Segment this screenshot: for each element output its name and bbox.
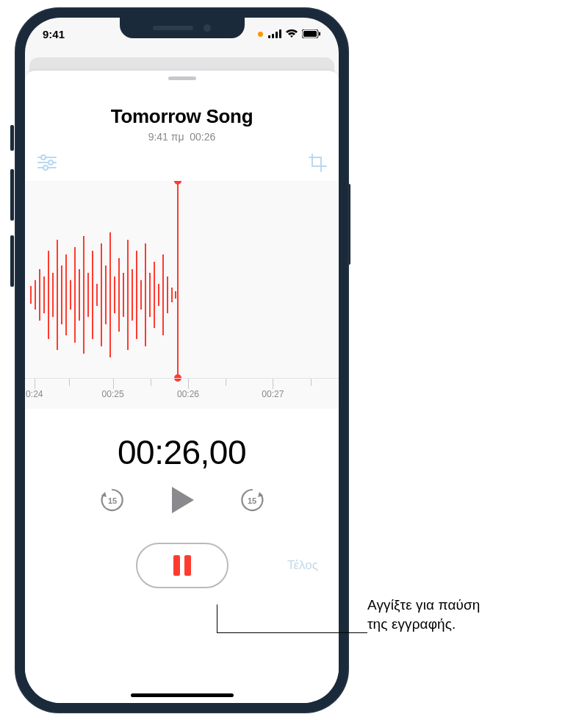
recording-indicator-icon [258,32,263,37]
callout-line-2: της εγγραφής. [367,616,456,632]
svg-text:15: 15 [107,496,116,505]
screen: 9:41 Tomorrow Song 9:41 πμ 00: [25,18,339,703]
phone-volume-down [10,235,14,287]
phone-volume-up [10,169,14,221]
recording-sheet: Tomorrow Song 9:41 πμ 00:26 [25,71,339,703]
svg-rect-5 [303,31,317,37]
recording-subtitle: 9:41 πμ 00:26 [25,131,339,143]
callout-line-1: Αγγίξτε για παύση [367,597,481,613]
status-time: 9:41 [43,28,65,40]
battery-icon [302,29,321,38]
skip-forward-15-icon[interactable]: 15 [238,486,266,514]
skip-back-15-icon[interactable]: 15 [98,486,126,514]
svg-rect-1 [272,34,274,38]
status-right [258,29,321,38]
tick-label: 00:26 [177,389,199,399]
callout-leader-line [217,632,367,633]
tick-label: 00:25 [102,389,124,399]
wifi-icon [285,29,298,38]
phone-frame: 9:41 Tomorrow Song 9:41 πμ 00: [15,7,349,713]
elapsed-timer: 00:26,00 [25,432,339,472]
time-ruler: 0:24 00:25 00:26 00:27 [25,378,339,409]
callout-text: Αγγίξτε για παύση της εγγραφής. [367,596,551,633]
done-button[interactable]: Τέλος [287,558,318,573]
tick-label: 0:24 [26,389,43,399]
recording-time: 9:41 πμ [148,131,184,143]
recording-title[interactable]: Tomorrow Song [25,105,339,128]
svg-rect-6 [319,32,320,36]
svg-point-12 [43,165,48,170]
svg-text:15: 15 [247,496,256,505]
svg-rect-3 [279,29,281,38]
crop-icon[interactable] [308,153,327,172]
notch [120,18,245,38]
svg-point-10 [48,160,53,165]
cellular-signal-icon [268,29,281,38]
waveform-area[interactable]: 0:24 00:25 00:26 00:27 [25,181,339,409]
playhead[interactable] [177,181,179,378]
phone-mute-switch [10,125,14,151]
sheet-grabber[interactable] [168,76,196,80]
pause-icon [173,555,191,576]
recording-duration: 00:26 [190,131,215,143]
svg-point-8 [41,155,46,160]
home-indicator[interactable] [131,693,234,697]
callout-leader-line [217,604,217,632]
svg-rect-0 [268,35,270,38]
svg-rect-2 [276,32,278,38]
play-icon[interactable] [169,485,195,515]
pause-button[interactable] [136,543,228,588]
tick-label: 00:27 [262,389,284,399]
waveform [25,199,339,390]
settings-sliders-icon[interactable] [37,154,57,171]
